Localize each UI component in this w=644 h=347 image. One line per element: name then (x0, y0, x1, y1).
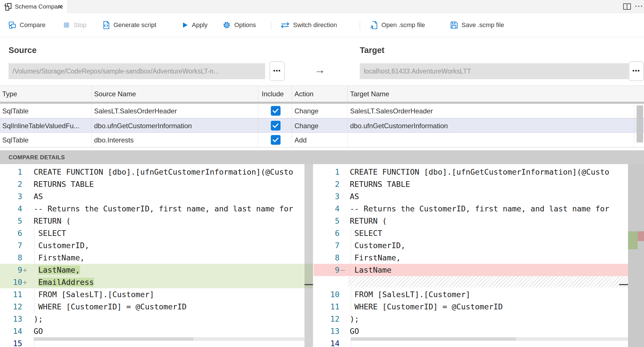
line-number: 6 (0, 227, 22, 239)
table-row[interactable]: SqlTable SalesLT.SalesOrderHeader Change… (0, 104, 644, 118)
line-text: CREATE FUNCTION [dbo].[ufnGetCustomerInf… (34, 166, 293, 178)
include-checkbox[interactable] (271, 106, 281, 116)
schema-compare-toolbar: Compare Stop Generate script Apply (0, 13, 644, 37)
switch-direction-icon (280, 21, 290, 29)
column-type[interactable]: Type (2, 86, 17, 102)
column-target-name[interactable]: Target Name (350, 86, 389, 102)
source-code-pane[interactable]: 1 CREATE FUNCTION [dbo].[ufnGetCustomerI… (0, 164, 304, 347)
target-label: Target (360, 46, 384, 55)
line-number: 3 (314, 190, 340, 203)
line-number: 1 (0, 166, 22, 178)
code-line: 6 SELECT (0, 227, 304, 239)
code-line: 1 CREATE FUNCTION [dbo].[ufnGetCustomerI… (314, 166, 628, 178)
overview-delete-marker (638, 231, 644, 241)
more-actions-icon[interactable]: ⋯ (635, 0, 643, 13)
diff-region-end-marker (619, 284, 628, 285)
column-divider (258, 85, 258, 102)
close-icon[interactable]: ✕ (58, 0, 63, 13)
include-checkbox[interactable] (271, 121, 281, 130)
line-number: 8 (314, 252, 340, 264)
column-source-name[interactable]: Source Name (94, 86, 136, 102)
table-row[interactable]: SqlTable dbo.Interests Add (0, 133, 644, 147)
line-text: FROM [SalesLT].[Customer] (34, 288, 154, 301)
gear-icon (222, 21, 231, 30)
line-text: CustomerID, (350, 239, 405, 252)
line-text: LastName (350, 264, 391, 276)
line-number: 10 (0, 276, 22, 288)
line-text: RETURN ( (350, 215, 387, 227)
toolbar-separator (360, 21, 360, 30)
generate-script-button[interactable]: Generate script (102, 13, 156, 37)
line-text: SELECT (350, 227, 382, 239)
line-text: CREATE FUNCTION [dbo].[ufnGetCustomerInf… (350, 166, 609, 178)
line-text: EmailAddress (34, 276, 94, 288)
line-text: WHERE [CustomerID] = @CustomerID (34, 301, 186, 313)
include-checkbox[interactable] (271, 135, 281, 145)
diff-overview-ruler[interactable] (628, 164, 644, 347)
code-line (314, 276, 628, 288)
diff-marker: + (23, 276, 27, 288)
code-line: 13 ); (0, 313, 304, 325)
line-text: FROM [SalesLT].[Customer] (350, 288, 470, 301)
left-horizontal-scrollbar[interactable] (34, 337, 304, 341)
line-number: 10 (314, 288, 340, 301)
apply-button[interactable]: Apply (181, 13, 208, 37)
target-code-pane[interactable]: 1 CREATE FUNCTION [dbo].[ufnGetCustomerI… (314, 164, 628, 347)
column-divider (258, 104, 258, 147)
table-row[interactable]: SqlInlineTableValuedFu... dbo.ufnGetCust… (0, 118, 644, 133)
code-line: 1 CREATE FUNCTION [dbo].[ufnGetCustomerI… (0, 166, 304, 178)
code-line: 9 + LastName, (0, 264, 304, 276)
left-editor-scrollbar[interactable] (304, 164, 313, 347)
target-browse-button[interactable]: ••• (629, 62, 644, 81)
column-include[interactable]: Include (262, 86, 284, 102)
results-header: Type Source Name Include Action Target N… (0, 85, 644, 102)
source-path-field[interactable]: /Volumes/Storage/CodeRepos/sample-sandbo… (9, 63, 265, 79)
target-connection-field[interactable]: localhost,61433.AdventureWorksLTT (360, 63, 629, 79)
schema-compare-icon (5, 3, 13, 11)
line-text: RETURN ( (34, 215, 71, 227)
tab-schema-compare[interactable]: Schema Compare ✕ (0, 0, 68, 13)
split-editor-icon[interactable] (623, 3, 631, 10)
header-separator (0, 102, 644, 104)
grid-vertical-scrollbar[interactable] (637, 105, 643, 142)
column-divider (292, 104, 292, 147)
stop-button[interactable]: Stop (62, 13, 86, 37)
line-text: -- Returns the CustomerID, first name, a… (34, 203, 293, 215)
line-number: 13 (314, 325, 340, 337)
code-line: 3 AS (0, 190, 304, 203)
right-horizontal-scrollbar[interactable] (351, 337, 628, 341)
line-text: GO (34, 325, 43, 337)
line-number: 7 (314, 239, 340, 252)
save-scmp-button[interactable]: Save .scmp file (450, 13, 504, 37)
editor-tab-bar: Schema Compare ✕ ⋯ (0, 0, 644, 13)
compare-details-label: COMPARE DETAILS (9, 151, 65, 164)
line-text: ); (34, 313, 43, 325)
compare-button[interactable]: Compare (8, 13, 45, 37)
code-line: 6 SELECT (314, 227, 628, 239)
diff-marker: – (341, 264, 345, 276)
switch-direction-button[interactable]: Switch direction (280, 13, 337, 37)
line-number: 9 (314, 264, 340, 276)
compare-details-header[interactable]: COMPARE DETAILS (0, 150, 644, 164)
line-number: 12 (0, 301, 22, 313)
column-divider (92, 85, 92, 102)
line-number: 11 (314, 301, 340, 313)
source-browse-button[interactable]: ••• (270, 62, 285, 81)
direction-arrow-icon: → (314, 64, 325, 76)
code-line: 14 GO (0, 325, 304, 337)
line-number: 2 (0, 178, 22, 190)
diff-region-end-marker (304, 284, 313, 285)
line-text: SELECT (34, 227, 66, 239)
line-text: LastName, (34, 264, 80, 276)
options-button[interactable]: Options (222, 13, 256, 37)
line-text: ); (350, 313, 359, 325)
code-line: 13 GO (314, 325, 628, 337)
code-line: 12 ); (314, 313, 628, 325)
code-line: 8 FirstName, (314, 252, 628, 264)
line-number: 15 (0, 337, 22, 347)
column-action[interactable]: Action (294, 86, 314, 102)
code-line: 7 CustomerID, (0, 239, 304, 252)
open-scmp-button[interactable]: Open .scmp file (370, 13, 425, 37)
code-line: 10 FROM [SalesLT].[Customer] (314, 288, 628, 301)
line-number: 2 (314, 178, 340, 190)
